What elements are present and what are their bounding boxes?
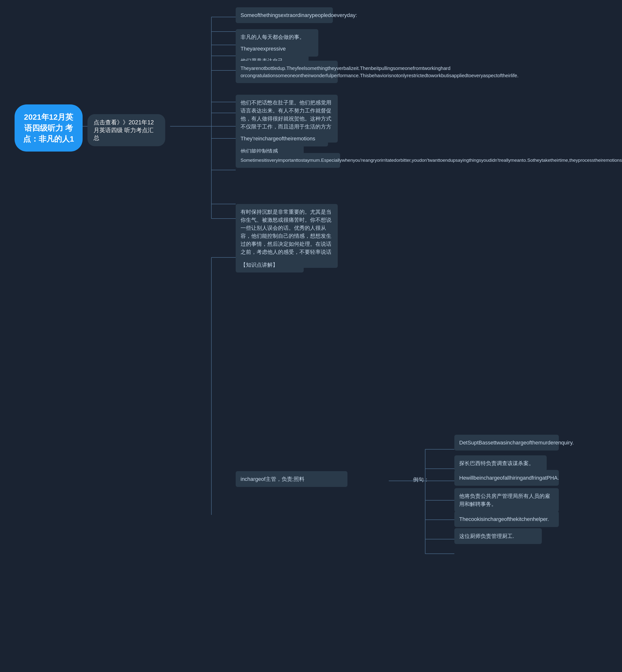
branch-node[interactable]: 点击查看》》2021年12月英语四级 听力考点汇总 [88,114,165,146]
example-e1: DetSuptBassettwasinchargeofthemurderenqu… [454,435,559,451]
example-e4: 他将负责公共房产管理局所有人员的雇用和解聘事务。 [454,488,559,512]
content-node-n1: Someofthethingsextraordinarypeopledoever… [236,7,333,23]
mind-map-container: 2021年12月英语四级听力 考点：非凡的人1 点击查看》》2021年12月英语… [0,0,622,672]
example-e5: Thecookisinchargeofthekitchenhelper. [454,511,559,527]
example-e2: 探长巴西特负责调查该谋杀案。 [454,455,547,471]
example-label: 例句： [413,476,429,483]
central-node: 2021年12月英语四级听力 考点：非凡的人1 [14,104,82,151]
knowledge-box: 【知识点讲解】 [236,257,304,273]
content-node-n5: Theyarenotbottledup.Theyfeelsomethingthe… [236,61,338,83]
content-node-n9: Sometimesitisveryimportanttostaymum.Espe… [236,153,340,168]
example-e6: 这位厨师负责管理厨工. [454,528,542,544]
incharge-label-node: inchargeof主管，负责;照料 [236,471,347,487]
example-e3: HewillbeinchargeofallhiringandfringatPHA… [454,470,559,486]
